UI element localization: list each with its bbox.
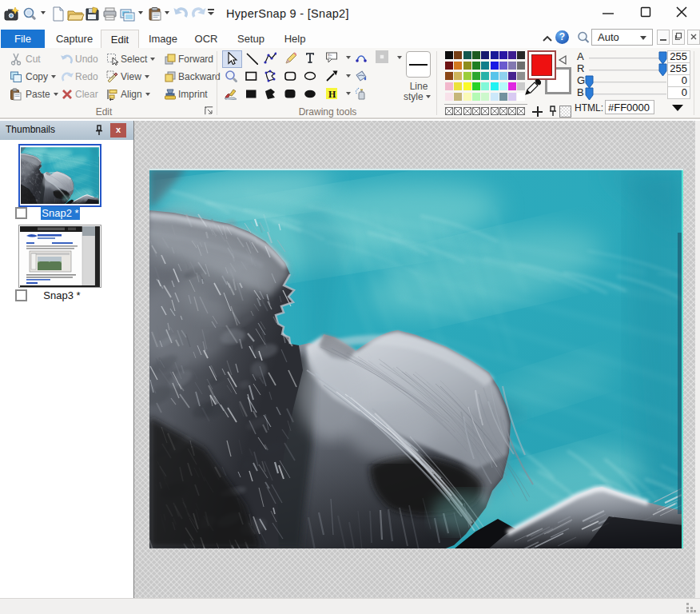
svg-text:bla...: bla...: [328, 56, 333, 59]
svg-text:H: H: [328, 89, 336, 100]
